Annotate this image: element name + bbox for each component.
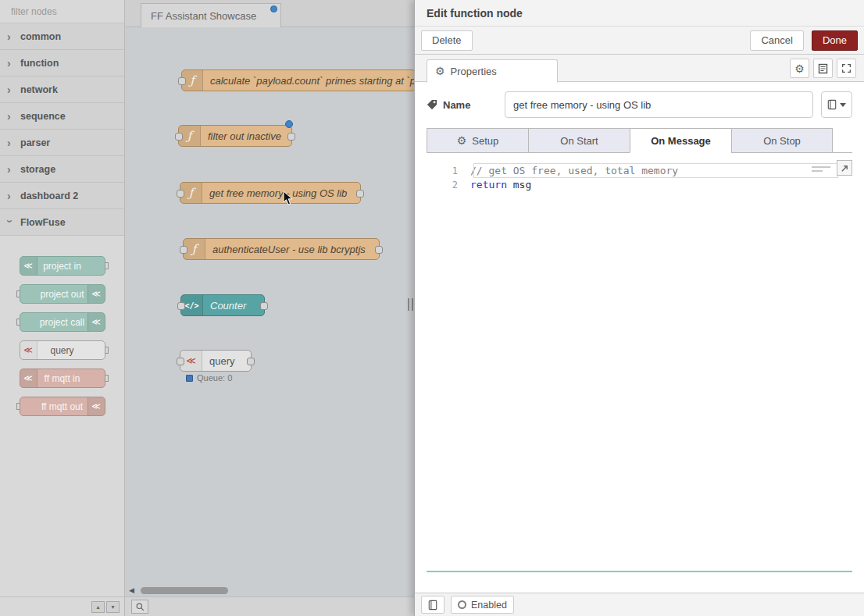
- expand-all-button[interactable]: ▾: [106, 601, 120, 613]
- input-port[interactable]: [178, 77, 186, 85]
- tray-toolbar: Delete Cancel Done: [415, 27, 864, 55]
- node-label: query: [202, 355, 242, 367]
- counter-node[interactable]: </> Counter: [180, 294, 265, 316]
- palette-search-input[interactable]: [11, 6, 132, 17]
- output-port[interactable]: [356, 190, 364, 198]
- flowfuse-icon: ≪: [87, 285, 105, 303]
- function-node-filter-out-inactive[interactable]: ƒ filter out inactive: [178, 125, 292, 147]
- palette-node-label: ff mqtt out: [41, 401, 83, 412]
- code-lines: 1 // get OS free, used, total memory 2 r…: [427, 160, 852, 192]
- palette-category-sequence[interactable]: ›sequence: [0, 103, 124, 130]
- cancel-button[interactable]: Cancel: [750, 30, 803, 51]
- mqtt-icon: ≪: [87, 397, 105, 415]
- tray-footer: Enabled: [415, 593, 864, 616]
- palette-footer: ▴ ▾: [0, 596, 124, 616]
- tab-on-stop[interactable]: On Stop: [731, 128, 833, 153]
- palette-node-query[interactable]: ≪ query: [20, 340, 105, 360]
- category-label: common: [20, 31, 61, 42]
- edit-tray: Edit function node Delete Cancel Done ⚙ …: [414, 0, 864, 616]
- palette-node-label: project call: [40, 317, 84, 328]
- chevron-right-icon: ›: [7, 31, 13, 42]
- flow-canvas[interactable]: FF Assistant Showcase ƒ calculate `paylo…: [125, 0, 414, 616]
- output-port[interactable]: [247, 358, 255, 365]
- code-line: 1 // get OS free, used, total memory: [427, 164, 852, 178]
- palette-node-project-in[interactable]: ≪ project in: [20, 256, 105, 276]
- output-port[interactable]: [287, 133, 295, 141]
- tray-option-buttons: ⚙: [790, 59, 856, 78]
- delete-button[interactable]: Delete: [421, 30, 473, 51]
- function-node-calculate-primes[interactable]: ƒ calculate `payload.count` primes start…: [181, 69, 414, 91]
- palette-sidebar: ›common ›function ›network ›sequence ›pa…: [0, 0, 125, 616]
- library-button[interactable]: [821, 91, 852, 118]
- tab-properties[interactable]: ⚙ Properties: [427, 59, 558, 83]
- input-port: [16, 403, 20, 410]
- input-port[interactable]: [177, 358, 184, 365]
- chevron-up-icon: ▴: [96, 604, 99, 611]
- palette-category-common[interactable]: ›common: [0, 23, 124, 50]
- function-node-authenticate-user[interactable]: ƒ authenticateUser - use lib bcryptjs: [183, 238, 380, 260]
- gear-icon: ⚙: [457, 134, 467, 147]
- workspace-tab-bar: FF Assistant Showcase: [125, 0, 414, 27]
- unsaved-changes-dot: [270, 5, 277, 12]
- palette-category-parser[interactable]: ›parser: [0, 130, 124, 156]
- output-port[interactable]: [375, 246, 383, 254]
- scrollbar-thumb[interactable]: [141, 587, 228, 594]
- tab-on-message[interactable]: On Message: [630, 128, 731, 153]
- chevron-right-icon: ›: [7, 137, 13, 148]
- search-icon: [136, 603, 145, 611]
- book-icon: [827, 99, 837, 110]
- palette-node-ff-mqtt-in[interactable]: ≪ ff mqtt in: [20, 369, 105, 388]
- palette-category-network[interactable]: ›network: [0, 77, 124, 103]
- collapse-all-button[interactable]: ▴: [91, 601, 105, 613]
- code-comment: // get OS free, used, total memory: [470, 164, 678, 178]
- expand-icon: [841, 63, 852, 73]
- enabled-toggle-button[interactable]: Enabled: [451, 596, 514, 614]
- status-indicator-icon: [186, 375, 193, 382]
- input-port[interactable]: [180, 246, 187, 254]
- zoom-search-button[interactable]: [131, 600, 148, 614]
- palette-category-function[interactable]: ›function: [0, 50, 124, 77]
- palette-node-project-call[interactable]: ≪ project call: [20, 312, 105, 332]
- palette-node-ff-mqtt-out[interactable]: ≪ ff mqtt out: [20, 397, 105, 416]
- status-text: Queue: 0: [197, 373, 232, 383]
- scroll-left-arrow-icon[interactable]: ◀: [129, 586, 134, 594]
- chevron-right-icon: ›: [7, 58, 13, 69]
- done-button[interactable]: Done: [812, 30, 858, 51]
- chevron-right-icon: ›: [7, 190, 13, 201]
- category-label: network: [20, 84, 58, 95]
- name-row: Name: [427, 91, 852, 118]
- node-red-app: ›common ›function ›network ›sequence ›pa…: [0, 0, 864, 616]
- node-info-button[interactable]: [421, 596, 444, 614]
- book-icon: [428, 600, 437, 611]
- name-input[interactable]: [505, 91, 813, 118]
- palette-category-dashboard2[interactable]: ›dashboard 2: [0, 183, 124, 209]
- tab-setup[interactable]: ⚙ Setup: [427, 128, 528, 153]
- palette-category-storage[interactable]: ›storage: [0, 156, 124, 183]
- node-settings-button[interactable]: ⚙: [790, 59, 809, 78]
- canvas-horizontal-scrollbar: ◀: [125, 586, 414, 596]
- tray-resize-grip[interactable]: [408, 298, 413, 311]
- chevron-right-icon: ›: [7, 111, 13, 122]
- input-port[interactable]: [177, 190, 184, 198]
- code-editor[interactable]: 1 // get OS free, used, total memory 2 r…: [427, 160, 852, 572]
- expand-tray-button[interactable]: [837, 59, 856, 78]
- palette-category-flowfuse[interactable]: ›FlowFuse: [0, 209, 124, 236]
- document-icon: [818, 63, 828, 74]
- node-label: get free memory - using OS lib: [202, 187, 354, 199]
- description-button[interactable]: [813, 59, 833, 78]
- palette-flowfuse-nodes: ≪ project in ≪ project out ≪ project cal…: [0, 236, 124, 416]
- output-port[interactable]: [260, 302, 268, 310]
- palette-node-project-out[interactable]: ≪ project out: [20, 284, 105, 304]
- name-label: Name: [443, 99, 470, 111]
- function-node-get-free-memory[interactable]: ƒ get free memory - using OS lib: [180, 182, 361, 204]
- tab-on-start[interactable]: On Start: [528, 128, 630, 153]
- function-editor-tabs: ⚙ Setup On Start On Message On Stop: [427, 128, 852, 153]
- input-port[interactable]: [175, 133, 183, 141]
- input-port[interactable]: [177, 302, 185, 310]
- palette-node-label: query: [50, 345, 73, 356]
- expand-editor-button[interactable]: [837, 160, 852, 176]
- flowfuse-icon: ≪: [20, 257, 37, 275]
- flow-tab[interactable]: FF Assistant Showcase: [141, 3, 281, 27]
- query-node[interactable]: ≪ query: [180, 350, 252, 372]
- output-port: [105, 375, 109, 382]
